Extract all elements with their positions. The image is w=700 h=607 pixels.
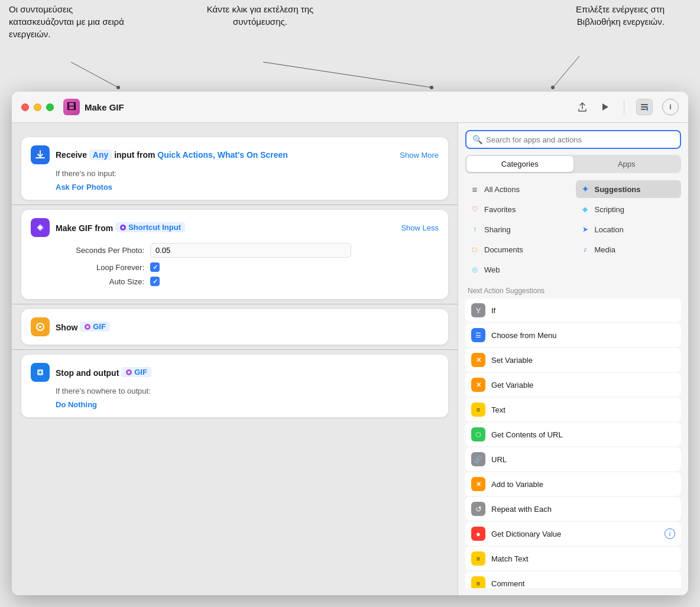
action-get-variable[interactable]: ✕ Get Variable [465,373,681,397]
svg-point-13 [38,226,42,229]
svg-point-3 [430,86,433,89]
tab-apps[interactable]: Apps [573,156,680,172]
receive-title: Receive Any input from Quick Actions, Wh… [56,150,394,160]
share-icon[interactable] [576,101,588,113]
action-set-variable[interactable]: ✕ Set Variable [465,348,681,372]
svg-line-4 [553,56,579,87]
do-nothing-link[interactable]: Do Nothing [56,400,97,409]
receive-card: Receive Any input from Quick Actions, Wh… [21,137,448,200]
receive-label: Receive [56,150,89,160]
action-choose-from-menu[interactable]: ☰ Choose from Menu [465,323,681,347]
make-gif-header: Make GIF from Shortcut Input Show Less [31,218,439,237]
cat-suggestions[interactable]: ✦ Suggestions [576,180,682,198]
content-area: Receive Any input from Quick Actions, Wh… [12,123,688,595]
show-less-button[interactable]: Show Less [401,223,439,232]
cat-all-actions-label: All Actions [484,185,520,194]
play-button[interactable] [598,100,612,114]
cat-media[interactable]: ♪ Media [576,241,682,258]
action-comment-label: Comment [491,579,675,588]
photos-link[interactable]: Photos [86,183,112,191]
web-icon: ◎ [469,264,481,275]
action-repeat-each-label: Repeat with Each [491,505,675,514]
set-variable-icon: ✕ [471,353,485,367]
cat-web[interactable]: ◎ Web [465,261,571,278]
seconds-input[interactable] [150,243,351,258]
app-icon: 🎞 [63,99,80,115]
action-get-contents-label: Get Contents of URL [491,430,675,439]
cat-scripting[interactable]: ◆ Scripting [576,200,682,218]
action-comment[interactable]: ≡ Comment [465,572,681,588]
action-text[interactable]: ≡ Text [465,398,681,421]
shortcut-input-link[interactable]: Shortcut Input [115,222,185,232]
cat-all-actions[interactable]: ≡ All Actions [465,180,571,198]
callout-lines [0,0,700,92]
get-dict-info-button[interactable]: i [665,528,675,539]
show-icon [31,317,50,336]
info-button[interactable]: i [662,99,679,115]
all-actions-icon: ≡ [469,183,481,195]
show-gif-link[interactable]: GIF [80,322,110,332]
favorites-icon: ♡ [469,203,481,215]
tab-categories[interactable]: Categories [466,156,573,172]
suggestions-section-header: Next Action Suggestions [465,287,681,295]
get-dict-icon: ● [471,527,485,541]
callout-right: Επιλέξτε ενέργειες στη Βιβλιοθήκη ενεργε… [546,3,665,28]
search-icon: 🔍 [472,135,482,144]
get-contents-icon: ⬡ [471,427,485,442]
library-toggle-button[interactable] [636,99,653,115]
receive-any-link[interactable]: Any [89,150,112,160]
action-get-variable-label: Get Variable [491,381,675,389]
cat-location-label: Location [595,225,624,234]
search-input[interactable] [486,135,674,144]
stop-gif-link[interactable]: GIF [121,367,151,377]
action-url[interactable]: 🔗 URL [465,447,681,471]
location-icon: ➤ [579,223,591,235]
svg-rect-9 [641,109,646,110]
action-repeat-each[interactable]: ↺ Repeat with Each [465,497,681,521]
receive-icon [31,145,50,164]
loop-forever-checkbox[interactable] [150,262,160,272]
action-get-dictionary[interactable]: ● Get Dictionary Value i [465,522,681,546]
cat-suggestions-label: Suggestions [595,185,641,194]
cat-favorites-label: Favorites [484,205,516,214]
cat-location[interactable]: ➤ Location [576,220,682,238]
fullscreen-button[interactable] [46,103,54,111]
callout-left: Οι συντομεύσεις κατασκευάζονται με μια σ… [9,3,127,40]
svg-line-2 [263,62,432,87]
close-button[interactable] [21,103,29,111]
action-if-label: If [491,306,675,315]
stop-card: Stop and output GIF If there's nowhere t… [21,355,448,417]
stop-subtitle: If there's nowhere to output: [31,387,439,395]
get-variable-icon: ✕ [471,378,485,392]
action-get-contents-url[interactable]: ⬡ Get Contents of URL [465,423,681,446]
divider [624,100,624,114]
auto-size-checkbox[interactable] [150,277,160,286]
receive-no-input: Ask For Photos [31,183,439,191]
show-more-button[interactable]: Show More [400,151,439,160]
action-add-variable-label: Add to Variable [491,480,675,489]
receive-subtitle: If there's no input: [31,169,439,178]
svg-point-15 [122,226,124,229]
action-add-variable[interactable]: ✕ Add to Variable [465,472,681,496]
match-text-icon: ≡ [471,551,485,566]
action-url-label: URL [491,455,675,464]
cat-documents[interactable]: □ Documents [465,241,571,258]
show-label: Show [56,323,77,332]
action-list: Y If ☰ Choose from Menu ✕ Set Variable ✕… [465,298,681,588]
make-gif-card: Make GIF from Shortcut Input Show Less S… [21,210,448,299]
cat-sharing-label: Sharing [484,225,511,234]
ask-for-link[interactable]: Ask For [56,183,84,191]
seconds-per-photo-row: Seconds Per Photo: [56,243,439,258]
minimize-button[interactable] [34,103,41,111]
action-if[interactable]: Y If [465,298,681,322]
receive-source-link[interactable]: Quick Actions, What's On Screen [157,150,288,160]
show-title: Show GIF [56,322,439,332]
loop-forever-label: Loop Forever: [56,263,144,272]
cat-sharing[interactable]: ↑ Sharing [465,220,571,238]
show-header: Show GIF [31,317,439,336]
svg-rect-10 [646,108,648,111]
action-text-label: Text [491,405,675,414]
action-match-text[interactable]: ≡ Match Text [465,547,681,570]
stop-title: Stop and output GIF [56,367,439,378]
cat-favorites[interactable]: ♡ Favorites [465,200,571,218]
